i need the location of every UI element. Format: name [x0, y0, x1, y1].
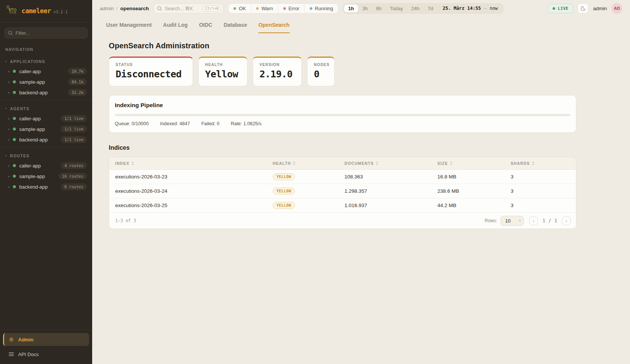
live-toggle[interactable]: LIVE: [548, 4, 573, 13]
column-header-index[interactable]: INDEX: [109, 161, 267, 166]
status-dot: [13, 70, 16, 73]
theme-toggle-button[interactable]: [578, 3, 588, 14]
table-row: executions-2026-03-25 YELLOW 1.016.937 4…: [109, 198, 576, 213]
chevron-down-icon: ▾: [5, 60, 7, 63]
chevron-right-icon: ▸: [8, 117, 13, 120]
sidebar-item-agents-caller-app[interactable]: ▸ caller-app 1/1 live: [0, 113, 92, 124]
status-dot: [13, 80, 16, 83]
item-badge: 1/1 live: [61, 115, 87, 122]
logo[interactable]: cameleer v3.2.1: [0, 0, 92, 23]
breadcrumb-parent[interactable]: admin: [100, 6, 114, 11]
section-header-agents[interactable]: ▾ AGENTS: [0, 104, 92, 113]
indexing-pipeline-panel: Indexing Pipeline Queue: 0/10000 Indexed…: [109, 95, 576, 133]
time-range-24h[interactable]: 24h: [407, 5, 424, 12]
status-filter-error[interactable]: Error: [278, 4, 304, 13]
sidebar-item-api-docs[interactable]: API Docs: [3, 348, 89, 360]
moon-icon: [580, 6, 586, 11]
sidebar-item-admin[interactable]: Admin: [3, 333, 89, 346]
section-header-routes[interactable]: ▾ ROUTES: [0, 151, 92, 160]
column-header-shards[interactable]: SHARDS: [505, 161, 576, 166]
tab-audit-log[interactable]: Audit Log: [163, 22, 188, 33]
time-range-3h[interactable]: 3h: [358, 5, 372, 12]
sort-icon: [131, 161, 134, 165]
status-filter-running[interactable]: Running: [304, 4, 338, 13]
column-header-documents[interactable]: DOCUMENTS: [338, 161, 431, 166]
nav-section-routes: ▾ ROUTES ▸ caller-app 4 routes ▸ sample-…: [0, 147, 92, 194]
sidebar-item-applications-caller-app[interactable]: ▸ caller-app 10.7k: [0, 66, 92, 77]
main-area: admin / opensearch Search... ⌘K Ctrl+K O…: [92, 0, 630, 364]
sidebar-item-agents-backend-app[interactable]: ▸ backend-app 1/1 live: [0, 134, 92, 145]
gear-icon: [9, 337, 14, 342]
item-badge: 10.7k: [68, 68, 87, 75]
column-header-health[interactable]: HEALTH: [267, 161, 338, 166]
health-badge: YELLOW: [273, 202, 295, 209]
next-page-button[interactable]: ›: [562, 217, 571, 225]
stat-value: 2.19.0: [259, 69, 295, 80]
stat-label: VERSION: [259, 63, 295, 67]
admin-label: Admin: [18, 337, 33, 342]
time-display-start: 25. März 14:55: [443, 6, 481, 11]
status-dot: [13, 164, 16, 167]
section-header-applications[interactable]: ▾ APPLICATIONS: [0, 57, 92, 66]
filter-label: Error: [289, 6, 300, 11]
row-range-text: 1-3 of 3: [115, 218, 485, 223]
item-label: caller-app: [19, 69, 68, 74]
status-filter-ok[interactable]: OK: [229, 4, 251, 13]
section-label: ROUTES: [10, 154, 30, 158]
column-header-size[interactable]: SIZE: [431, 161, 505, 166]
item-badge: 32.2k: [68, 89, 87, 96]
avatar[interactable]: AD: [611, 3, 622, 14]
status-filter-warn[interactable]: Warn: [251, 4, 278, 13]
prev-page-button[interactable]: ‹: [529, 217, 538, 225]
time-display-end: now: [489, 6, 498, 11]
stat-card-version: VERSION 2.19.0: [253, 57, 302, 86]
sidebar-item-agents-sample-app[interactable]: ▸ sample-app 1/1 live: [0, 124, 92, 134]
tab-oidc[interactable]: OIDC: [199, 22, 212, 33]
sidebar-item-routes-backend-app[interactable]: ▸ backend-app 6 routes: [0, 181, 92, 192]
global-search-input[interactable]: Search... ⌘K Ctrl+K: [153, 3, 224, 14]
pipeline-stats: Queue: 0/10000 Indexed: 4847 Failed: 0 R…: [115, 121, 570, 126]
cell-size: 44.2 MB: [431, 203, 505, 208]
filter-label: OK: [239, 6, 246, 11]
item-label: backend-app: [19, 90, 68, 95]
chevron-right-icon: ▸: [8, 175, 13, 178]
stat-value: Disconnected: [116, 69, 186, 80]
sidebar-footer: Admin API Docs: [0, 330, 92, 364]
status-dot: [13, 127, 16, 131]
sort-icon: [532, 161, 534, 165]
item-label: sample-app: [19, 126, 61, 132]
table-header-row: INDEX HEALTH DOCUMENTS SIZE SHARDS: [109, 157, 576, 170]
time-range-6h[interactable]: 6h: [372, 5, 386, 12]
rows-per-page-label: Rows:: [485, 218, 497, 223]
item-label: caller-app: [19, 116, 61, 121]
warn-dot-icon: [256, 7, 259, 10]
time-range-today[interactable]: Today: [386, 5, 407, 12]
cell-documents: 1.298.357: [338, 188, 431, 194]
tab-database[interactable]: Database: [224, 22, 247, 33]
filter-input[interactable]: [5, 28, 88, 38]
chevron-down-icon: ▾: [519, 219, 521, 222]
sidebar-item-applications-sample-app[interactable]: ▸ sample-app 84.1k: [0, 77, 92, 87]
tab-user-management[interactable]: User Management: [106, 22, 152, 33]
live-dot-icon: [553, 7, 555, 10]
sidebar-item-routes-caller-app[interactable]: ▸ caller-app 4 routes: [0, 160, 92, 171]
sidebar-item-routes-sample-app[interactable]: ▸ sample-app 16 routes: [0, 171, 92, 181]
chevron-right-icon: ▸: [8, 127, 13, 131]
cell-health: YELLOW: [267, 173, 338, 180]
time-display[interactable]: 25. März 14:55 — now: [437, 6, 502, 11]
item-badge: 1/1 live: [61, 136, 87, 143]
time-range-7d[interactable]: 7d: [424, 5, 437, 12]
status-dot: [13, 185, 16, 188]
rows-per-page-select[interactable]: 10 ▾: [500, 216, 524, 226]
sidebar-item-applications-backend-app[interactable]: ▸ backend-app 32.2k: [0, 87, 92, 98]
user-name: admin: [593, 6, 607, 11]
tab-opensearch[interactable]: OpenSearch: [258, 22, 289, 33]
time-range-1h[interactable]: 1h: [344, 5, 358, 12]
error-dot-icon: [283, 7, 286, 10]
opensearch-admin-page: OpenSearch Administration STATUS Disconn…: [92, 33, 576, 229]
cell-health: YELLOW: [267, 187, 338, 195]
table-footer: 1-3 of 3 Rows: 10 ▾ ‹ 1 / 1 ›: [109, 213, 576, 229]
section-label: APPLICATIONS: [10, 59, 45, 64]
section-label: AGENTS: [10, 106, 30, 111]
indices-table: INDEX HEALTH DOCUMENTS SIZE SHARDS: [109, 157, 576, 229]
